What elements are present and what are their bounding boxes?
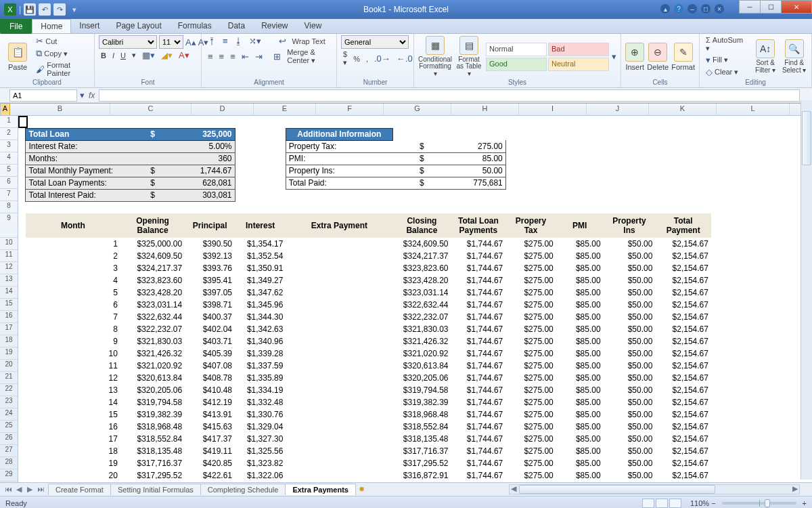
sched-totalpay[interactable]: $2,154.67 <box>655 433 711 445</box>
row-15[interactable]: 6$323,031.14$398.71$1,345.96$322,632.44$… <box>18 299 812 311</box>
view-page-layout-icon[interactable] <box>656 499 668 508</box>
sched-interest[interactable]: $1,349.27 <box>235 274 286 287</box>
sched-interest[interactable]: $1,330.76 <box>235 408 286 421</box>
cell[interactable] <box>26 201 120 213</box>
horizontal-scrollbar[interactable]: ◀ ▶ <box>509 484 800 494</box>
view-page-break-icon[interactable] <box>669 499 681 508</box>
font-size-select[interactable]: 11 <box>159 35 183 49</box>
cell[interactable] <box>556 128 604 140</box>
sched-proptax[interactable]: $275.00 <box>505 323 556 335</box>
row-10[interactable]: 1$325,000.00$390.50$1,354.17$324,609.50$… <box>18 238 812 250</box>
sched-month[interactable]: 6 <box>26 299 120 311</box>
cell[interactable] <box>604 177 656 189</box>
sched-header[interactable]: PMI <box>556 213 604 238</box>
sched-totalloan[interactable]: $1,744.67 <box>451 457 506 469</box>
sched-propins[interactable]: $50.00 <box>604 396 656 408</box>
cell[interactable] <box>711 347 745 360</box>
row-header-2[interactable]: 2 <box>0 128 18 140</box>
sched-closing[interactable]: $317,295.52 <box>392 457 451 469</box>
sched-principal[interactable]: $395.41 <box>185 274 235 287</box>
sched-propins[interactable]: $50.00 <box>604 311 656 323</box>
column-header-E[interactable]: E <box>254 104 316 115</box>
merge-center-button[interactable]: Merge & Center ▾ <box>285 47 332 66</box>
cell[interactable] <box>711 274 745 287</box>
cell[interactable] <box>505 116 556 128</box>
sched-propins[interactable]: $50.00 <box>604 384 656 396</box>
window-smallclose-icon[interactable]: × <box>715 4 724 14</box>
format-button[interactable]: ✎Format <box>671 43 695 71</box>
sched-month[interactable]: 13 <box>26 384 120 396</box>
sched-principal[interactable]: $397.05 <box>185 287 235 299</box>
find-select-button[interactable]: 🔍Find & Select ▾ <box>781 39 807 74</box>
cell[interactable] <box>711 384 745 396</box>
percent-button[interactable]: % <box>351 54 362 64</box>
sched-opening[interactable]: $318,552.84 <box>120 433 185 445</box>
sched-propins[interactable]: $50.00 <box>604 335 656 347</box>
cell[interactable] <box>711 152 745 165</box>
sheet-tab-create-format[interactable]: Create Format <box>48 484 111 495</box>
sched-proptax[interactable]: $275.00 <box>505 408 556 421</box>
cell[interactable] <box>655 201 711 213</box>
row-27[interactable]: 18$318,135.48$419.11$1,325.56$317,716.37… <box>18 445 812 457</box>
row-4[interactable]: Months:360PMI:$85.00 <box>18 152 812 165</box>
cell[interactable] <box>18 335 26 347</box>
addl-label[interactable]: Property Ins: <box>286 165 392 177</box>
sched-pmi[interactable]: $85.00 <box>556 274 604 287</box>
increase-decimal-icon[interactable]: .0→ <box>372 53 392 64</box>
cell[interactable] <box>711 311 745 323</box>
sched-principal[interactable]: $405.39 <box>185 347 235 360</box>
sched-propins[interactable]: $50.00 <box>604 250 656 262</box>
loan-val[interactable]: 628,081 <box>185 177 235 189</box>
row-header-9[interactable]: 9 <box>0 213 18 238</box>
sched-interest[interactable]: $1,322.06 <box>235 469 286 482</box>
loan-cur[interactable]: $ <box>120 189 185 201</box>
sched-principal[interactable]: $392.13 <box>185 250 235 262</box>
cell[interactable] <box>505 189 556 201</box>
tab-insert[interactable]: Insert <box>71 19 108 33</box>
column-header-K[interactable]: K <box>649 104 717 115</box>
column-header-C[interactable]: C <box>110 104 191 115</box>
cell[interactable] <box>392 189 451 201</box>
sched-totalpay[interactable]: $2,154.67 <box>655 299 711 311</box>
cut-button[interactable]: ✂Cut <box>34 35 90 47</box>
style-good[interactable]: Good <box>486 58 547 71</box>
cell[interactable] <box>18 408 26 421</box>
addl-val[interactable]: 275.00 <box>451 140 506 152</box>
orientation-icon[interactable]: ⤭▾ <box>247 35 263 47</box>
cell[interactable] <box>185 116 235 128</box>
sched-totalloan[interactable]: $1,744.67 <box>451 274 506 287</box>
sched-interest[interactable]: $1,340.96 <box>235 335 286 347</box>
sched-totalpay[interactable]: $2,154.67 <box>655 238 711 250</box>
row-17[interactable]: 8$322,232.07$402.04$1,342.63$321,830.03$… <box>18 323 812 335</box>
delete-button[interactable]: ⊖Delete <box>647 43 669 71</box>
cell[interactable] <box>18 165 26 177</box>
loan-label[interactable]: Total Interest Paid: <box>26 189 120 201</box>
align-center-icon[interactable]: ≡ <box>217 51 227 62</box>
cell[interactable] <box>711 335 745 347</box>
sched-interest[interactable]: $1,327.30 <box>235 433 286 445</box>
sched-propins[interactable]: $50.00 <box>604 347 656 360</box>
cell[interactable] <box>18 177 26 189</box>
sched-closing[interactable]: $317,716.37 <box>392 445 451 457</box>
sched-opening[interactable]: $321,426.32 <box>120 347 185 360</box>
sched-opening[interactable]: $317,295.52 <box>120 469 185 482</box>
sched-closing[interactable]: $323,428.20 <box>392 274 451 287</box>
sched-totalloan[interactable]: $1,744.67 <box>451 335 506 347</box>
cell[interactable] <box>235 189 286 201</box>
sched-pmi[interactable]: $85.00 <box>556 421 604 433</box>
row-header-13[interactable]: 13 <box>0 274 18 287</box>
row-24[interactable]: 15$319,382.39$413.91$1,330.76$318,968.48… <box>18 408 812 421</box>
sched-header[interactable]: Propery Tax <box>505 213 556 238</box>
window-smallrestore-icon[interactable]: □ <box>701 4 710 14</box>
sched-propins[interactable]: $50.00 <box>604 457 656 469</box>
sched-extra[interactable] <box>286 408 392 421</box>
sched-closing[interactable]: $324,609.50 <box>392 238 451 250</box>
sched-month[interactable]: 5 <box>26 287 120 299</box>
cell[interactable] <box>18 152 26 165</box>
column-header-A[interactable]: A <box>1 104 10 115</box>
sched-principal[interactable]: $393.76 <box>185 262 235 274</box>
sched-interest[interactable]: $1,323.82 <box>235 457 286 469</box>
sched-opening[interactable]: $319,794.58 <box>120 396 185 408</box>
sched-pmi[interactable]: $85.00 <box>556 384 604 396</box>
cell[interactable] <box>711 238 745 250</box>
